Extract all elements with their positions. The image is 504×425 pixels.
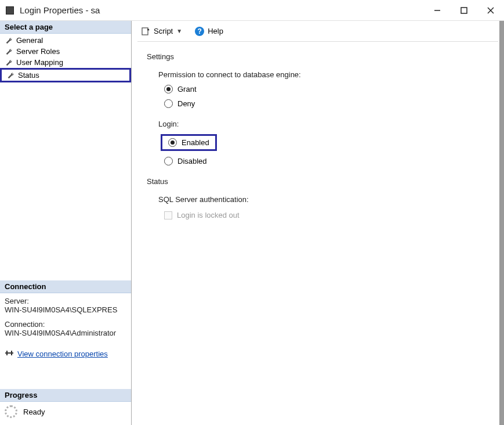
page-label: Server Roles — [16, 47, 60, 56]
radio-label: Grant — [177, 85, 197, 93]
radio-disabled[interactable]: Disabled — [164, 157, 489, 165]
page-label: General — [16, 36, 43, 45]
radio-icon[interactable] — [164, 99, 173, 108]
page-status[interactable]: Status — [0, 68, 131, 82]
title-bar: Login Properties - sa — [0, 0, 504, 21]
status-label: Status — [147, 177, 489, 186]
locked-out-row: Login is locked out — [164, 211, 489, 219]
svg-rect-1 — [461, 8, 467, 13]
page-label: Status — [18, 71, 39, 80]
radio-deny[interactable]: Deny — [164, 99, 489, 108]
wrench-icon — [5, 48, 13, 56]
wrench-icon — [6, 71, 14, 80]
wrench-icon — [5, 37, 13, 45]
radio-icon[interactable] — [164, 157, 173, 165]
login-label: Login: — [158, 120, 489, 128]
view-connection-properties-link[interactable]: View connection properties — [17, 350, 108, 358]
page-general[interactable]: General — [0, 35, 131, 46]
page-server-roles[interactable]: Server Roles — [0, 46, 131, 57]
connection-properties-icon — [5, 349, 14, 359]
connection-label: Connection: — [5, 320, 126, 329]
permission-label: Permission to connect to database engine… — [158, 70, 489, 79]
close-button[interactable] — [477, 0, 504, 20]
progress-spinner-icon — [5, 405, 17, 418]
radio-label: Disabled — [177, 157, 207, 165]
script-dropdown-arrow-icon[interactable]: ▼ — [176, 28, 182, 34]
wrench-icon — [5, 59, 13, 67]
left-panel: Select a page General Server Roles User … — [0, 21, 132, 425]
radio-label: Deny — [177, 99, 195, 108]
settings-label: Settings — [147, 52, 489, 61]
locked-out-label: Login is locked out — [177, 211, 240, 219]
connection-header: Connection — [0, 280, 131, 293]
server-value: WIN-SU4I9IM0SA4\SQLEXPRES — [5, 305, 126, 314]
radio-label: Enabled — [182, 138, 209, 147]
page-user-mapping[interactable]: User Mapping — [0, 57, 131, 68]
window-title: Login Properties - sa — [20, 5, 424, 15]
right-panel: Script ▼ ? Help Settings Permission to c… — [132, 21, 504, 425]
vertical-scrollbar[interactable] — [499, 21, 504, 425]
sql-auth-label: SQL Server authentication: — [158, 195, 489, 204]
svg-rect-4 — [142, 28, 148, 35]
server-label: Server: — [5, 297, 126, 305]
content-toolbar: Script ▼ ? Help — [137, 21, 498, 42]
progress-status: Ready — [23, 408, 45, 416]
page-label: User Mapping — [16, 58, 63, 67]
radio-grant[interactable]: Grant — [164, 85, 489, 93]
select-page-header: Select a page — [0, 21, 131, 34]
help-button[interactable]: Help — [208, 27, 223, 35]
radio-enabled[interactable]: Enabled — [161, 134, 217, 151]
progress-header: Progress — [0, 389, 131, 402]
app-icon — [6, 6, 14, 15]
connection-value: WIN-SU4I9IM0SA4\Administrator — [5, 329, 126, 337]
help-icon: ? — [195, 27, 204, 36]
maximize-button[interactable] — [451, 0, 477, 20]
radio-icon[interactable] — [168, 138, 177, 147]
minimize-button[interactable] — [424, 0, 451, 20]
script-button[interactable]: Script — [154, 27, 173, 35]
checkbox-icon — [164, 211, 172, 219]
script-icon — [141, 27, 150, 36]
radio-icon[interactable] — [164, 85, 173, 93]
